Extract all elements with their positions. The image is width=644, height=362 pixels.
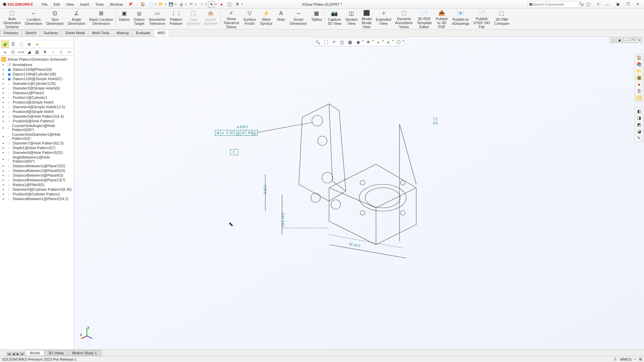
tree-item[interactable]: ▸▣Datum1104@Cylinder1(B)	[1, 72, 73, 76]
ribbon-weld[interactable]: ⚡WeldSymbol	[258, 9, 274, 28]
expand-icon[interactable]: ▸	[3, 82, 5, 85]
panel-grip[interactable]	[0, 37, 74, 40]
tab-markup[interactable]: Markup	[113, 29, 133, 37]
tree-item[interactable]: ▸⟋Position4@Simple Hole8	[1, 109, 73, 114]
tree-item[interactable]: ▸▣Datum1103@Plane2(A)	[1, 67, 73, 72]
btab-motion-study-1[interactable]: Motion Study 1	[68, 350, 101, 356]
tree-item[interactable]: ▸📝Annotations	[1, 62, 73, 67]
tab-surfaces[interactable]: Surfaces	[40, 29, 62, 37]
expand-icon[interactable]: ▸	[3, 174, 5, 177]
expand-icon[interactable]: ▸	[3, 135, 5, 138]
ribbon-geometric[interactable]: ▭GeometricTolerance	[147, 9, 168, 28]
tree-root[interactable]: XGear Platex<Dimension Schema6>	[1, 56, 73, 62]
tool7-icon[interactable]: ◇	[50, 49, 56, 55]
tab-features[interactable]: Features	[0, 29, 22, 37]
tp-brush-icon[interactable]: ✎	[636, 135, 642, 141]
expand-icon[interactable]: ▸	[3, 63, 5, 66]
vp-close-icon[interactable]: ✕	[637, 38, 643, 43]
ribbon-publish[interactable]: 📤Publishto 3DPDF	[434, 9, 450, 28]
expand-icon[interactable]: ▸	[3, 101, 5, 104]
expand-icon[interactable]: ▸	[3, 164, 5, 168]
expand-icon[interactable]: ▸	[3, 96, 5, 99]
close-icon[interactable]: ✕	[634, 1, 641, 7]
options-icon[interactable]: 📋	[226, 1, 233, 8]
menu-view[interactable]: View	[63, 1, 76, 8]
expand-icon[interactable]: ▸	[3, 86, 5, 90]
expand-icon[interactable]: ▸	[3, 119, 5, 123]
search-scope-icon[interactable]: ▦	[529, 2, 532, 6]
tree-item[interactable]: ▸⟋Position1@Cylinder1	[1, 95, 73, 100]
tp-cube3-icon[interactable]: ◩	[636, 122, 642, 128]
tree-item[interactable]: ▸⟋AngleBetween1@Hole Pattern3(60°)	[1, 155, 73, 164]
help-icon[interactable]: ?	[595, 2, 601, 7]
expand-icon[interactable]: ▸	[3, 115, 5, 118]
tree-item[interactable]: ▸⟋Diameter1@Cylinder1(26)	[1, 81, 73, 86]
display-style-icon[interactable]: ◉	[355, 39, 362, 45]
layout1-icon[interactable]: ▣	[614, 1, 622, 7]
section-view-icon[interactable]: ◫	[339, 39, 345, 45]
ribbon-dynamic[interactable]: ⬚DynamicAnnotationViews	[393, 9, 415, 28]
tree-item[interactable]: ▸⟋DistanceBetween2@Plane8(33)	[1, 168, 73, 173]
btab-first-icon[interactable]: ⏮	[7, 352, 11, 356]
tree-item[interactable]: ▸⟋DistanceBetween6@Plane13(7)	[1, 178, 73, 182]
expand-icon[interactable]: ▸	[3, 72, 5, 76]
tool1-icon[interactable]: ↘	[1, 49, 8, 55]
view-orientation-icon[interactable]: ▦	[347, 39, 354, 45]
print-icon[interactable]: 🖨	[178, 1, 184, 8]
menu-window[interactable]: Window	[107, 1, 125, 8]
expand-icon[interactable]: ▸	[3, 151, 5, 154]
previous-view-icon[interactable]: ↶	[331, 39, 337, 45]
forum-icon[interactable]: ⬚	[636, 95, 642, 101]
view-settings-icon[interactable]: 🖵	[395, 39, 402, 45]
property-manager-tab-icon[interactable]: ☰	[9, 41, 17, 48]
tool3-icon[interactable]: ⟷	[17, 49, 24, 55]
hide-show-icon[interactable]: 👁	[365, 39, 372, 45]
search-input[interactable]	[532, 2, 579, 6]
btab-model[interactable]: Model	[25, 350, 44, 356]
zoom-fit-icon[interactable]: 🔍	[315, 39, 321, 45]
tree-item[interactable]: ▸⟋Depth1@Hole Pattern3(7)	[1, 145, 73, 150]
tab-evaluate[interactable]: Evaluate	[132, 29, 154, 37]
feature-manager-tab-icon[interactable]: 🧩	[1, 41, 9, 48]
ribbon-exploded[interactable]: ✧ExplodedView	[374, 9, 393, 28]
configuration-manager-tab-icon[interactable]: ⬚	[17, 41, 25, 48]
feature-tree[interactable]: XGear Platex<Dimension Schema6> ▸📝Annota…	[0, 56, 74, 349]
rebuild-icon[interactable]: ●	[218, 1, 225, 8]
ribbon-datum[interactable]: ▣Datum	[117, 9, 131, 28]
expand-icon[interactable]: ▸	[3, 146, 5, 149]
ribbon-pattern[interactable]: ⋮⋮PatternFeature	[168, 9, 184, 28]
tree-item[interactable]: ▸⟋Diameter3@Simple Hole5(6)	[1, 86, 73, 90]
pin-icon[interactable]: 📌	[128, 2, 133, 6]
status-units[interactable]: MMGS	[620, 357, 632, 361]
tree-item[interactable]: ▸⟋Diameter9@Cylinder Pattern1(6.35)	[1, 187, 73, 192]
appearances-icon[interactable]: ●	[636, 81, 642, 87]
tree-item[interactable]: ▸⟋DistanceBetween1@Plane7(52)	[1, 164, 73, 168]
expand-icon[interactable]: ▸	[3, 192, 5, 196]
tab-sketch[interactable]: Sketch	[21, 29, 40, 37]
vp-restore-icon[interactable]: ❐	[630, 38, 636, 43]
view-palette-icon[interactable]: ▦	[636, 75, 642, 81]
expand-icon[interactable]: ▸	[3, 68, 5, 71]
tool2-icon[interactable]: ▦	[9, 49, 16, 55]
tree-item[interactable]: ▸⟋Diameter7@Hole Pattern3(2.5)	[1, 141, 73, 145]
expand-icon[interactable]: ▸	[3, 141, 5, 145]
ribbon-size[interactable]: ⊡SizeDimension	[44, 9, 66, 28]
vp-btn1-icon[interactable]: ▢	[610, 38, 616, 43]
btab-3d-views[interactable]: 3D Views	[44, 350, 68, 356]
expand-icon[interactable]: ▸	[3, 77, 5, 80]
vp-minimize-icon[interactable]: —	[623, 38, 629, 43]
tree-item[interactable]: ▸⟋Radius1@Fillet3(5)	[1, 182, 73, 187]
save-icon[interactable]: 💾	[168, 1, 174, 8]
status-custom-icon[interactable]: ⊞	[639, 357, 642, 361]
tree-item[interactable]: ▸⟋Diameter5@Hole Pattern2(4.3)	[1, 114, 73, 119]
menu-file[interactable]: File	[39, 1, 50, 8]
ribbon-basic-location[interactable]: ⊞Basic LocationDimension	[87, 9, 115, 28]
dim-7-2[interactable]: 7.2	[433, 117, 438, 121]
ribbon-section[interactable]: ◫SectionView	[343, 9, 360, 28]
tree-item[interactable]: ▸⟋DistanceBetween3@Plane9(3)	[1, 173, 73, 178]
search-box[interactable]: ▦ 🔍▾	[527, 1, 581, 8]
edit-appearance-icon[interactable]: ●	[375, 39, 382, 45]
vp-btn2-icon[interactable]: ▣	[616, 38, 623, 43]
orientation-triad[interactable]: zy	[80, 326, 94, 339]
ribbon-show[interactable]: ✓ShowToleranceStatus	[221, 9, 241, 28]
